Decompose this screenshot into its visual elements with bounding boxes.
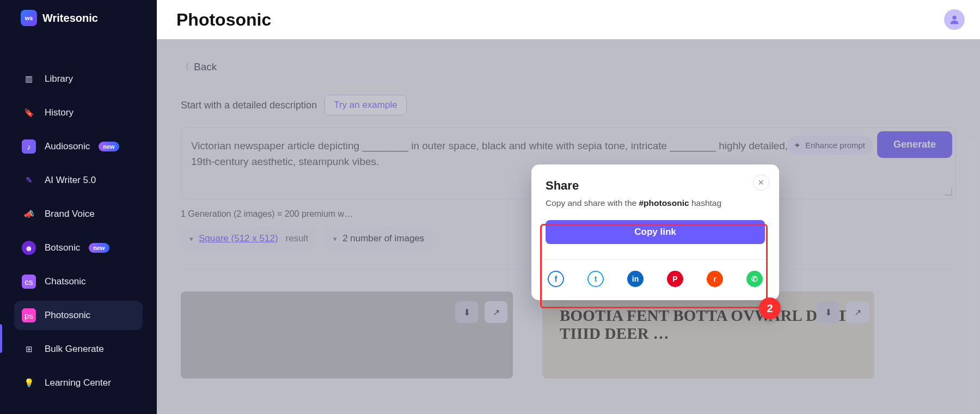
megaphone-icon: 📣 (22, 207, 36, 221)
user-icon (948, 14, 960, 26)
library-icon: ▥ (22, 72, 36, 86)
sidebar-item-label: AI Writer 5.0 (45, 175, 96, 186)
sidebar-active-stripe (0, 324, 2, 353)
new-badge: new (89, 243, 109, 253)
topbar: Photosonic (157, 0, 980, 39)
reddit-icon[interactable]: r (707, 271, 723, 287)
sidebar-item-library[interactable]: ▥ Library (14, 64, 143, 94)
lightbulb-icon: 💡 (22, 376, 36, 390)
sidebar-item-label: Photosonic (45, 310, 90, 321)
sidebar-item-botsonic[interactable]: ☻ Botsonic new (14, 233, 143, 263)
copy-link-button[interactable]: Copy link (546, 220, 765, 244)
brand-name: Writesonic (42, 12, 98, 25)
modal-divider (543, 259, 767, 260)
pinterest-icon[interactable]: P (667, 271, 683, 287)
modal-sub-post: hashtag (689, 198, 721, 208)
brand[interactable]: ws Writesonic (0, 10, 157, 64)
sidebar-item-label: Bulk Generate (45, 344, 104, 355)
sidebar-item-ai-writer[interactable]: ✎ AI Writer 5.0 (14, 166, 143, 195)
close-button[interactable]: ✕ (753, 174, 769, 191)
modal-sub-pre: Copy and share with the (546, 198, 639, 208)
share-modal: ✕ Share Copy and share with the #photoso… (531, 165, 779, 300)
sidebar-item-bulk-generate[interactable]: ⊞ Bulk Generate (14, 334, 143, 364)
sidebar-item-label: Botsonic (45, 242, 80, 253)
annotation-badge-2: 2 (759, 297, 781, 319)
sidebar-item-audiosonic[interactable]: ♪ Audiosonic new (14, 132, 143, 161)
photo-icon: ps (22, 308, 36, 322)
sidebar-item-brand-voice[interactable]: 📣 Brand Voice (14, 199, 143, 229)
sidebar-item-label: Chatsonic (45, 276, 86, 287)
sidebar-item-label: Learning Center (45, 378, 111, 388)
bookmark-icon: 🔖 (22, 106, 36, 120)
sidebar: ws Writesonic ▥ Library 🔖 History ♪ Audi… (0, 0, 157, 414)
modal-title: Share (546, 179, 765, 193)
facebook-icon[interactable]: f (548, 271, 564, 287)
close-icon: ✕ (758, 178, 764, 187)
page-title: Photosonic (176, 10, 271, 30)
audio-icon: ♪ (22, 139, 36, 154)
linkedin-icon[interactable]: in (627, 271, 644, 287)
sidebar-nav: ▥ Library 🔖 History ♪ Audiosonic new ✎ A… (0, 64, 157, 398)
avatar[interactable] (944, 9, 965, 30)
sidebar-item-history[interactable]: 🔖 History (14, 98, 143, 127)
twitter-icon[interactable]: t (587, 271, 604, 287)
sidebar-item-label: Audiosonic (45, 141, 90, 152)
sidebar-item-label: Brand Voice (45, 209, 95, 220)
sidebar-item-learning-center[interactable]: 💡 Learning Center (14, 368, 143, 398)
new-badge: new (99, 142, 119, 151)
whatsapp-icon[interactable]: ✆ (746, 271, 763, 287)
brand-logo-icon: ws (21, 10, 37, 26)
sidebar-item-label: Library (45, 74, 73, 84)
social-row: f t in P r ✆ (546, 271, 765, 287)
sidebar-item-label: History (45, 107, 74, 118)
bot-icon: ☻ (22, 241, 36, 255)
main: Photosonic 〈 Back Start with a detailed … (157, 0, 980, 414)
modal-hashtag: #photosonic (639, 198, 689, 208)
sidebar-item-chatsonic[interactable]: cs Chatsonic (14, 267, 143, 296)
writer-icon: ✎ (22, 173, 36, 187)
chat-icon: cs (22, 275, 36, 289)
svg-point-0 (952, 16, 956, 20)
plus-square-icon: ⊞ (22, 342, 36, 356)
sidebar-item-photosonic[interactable]: ps Photosonic (14, 301, 143, 330)
modal-subtitle: Copy and share with the #photosonic hash… (546, 198, 765, 208)
